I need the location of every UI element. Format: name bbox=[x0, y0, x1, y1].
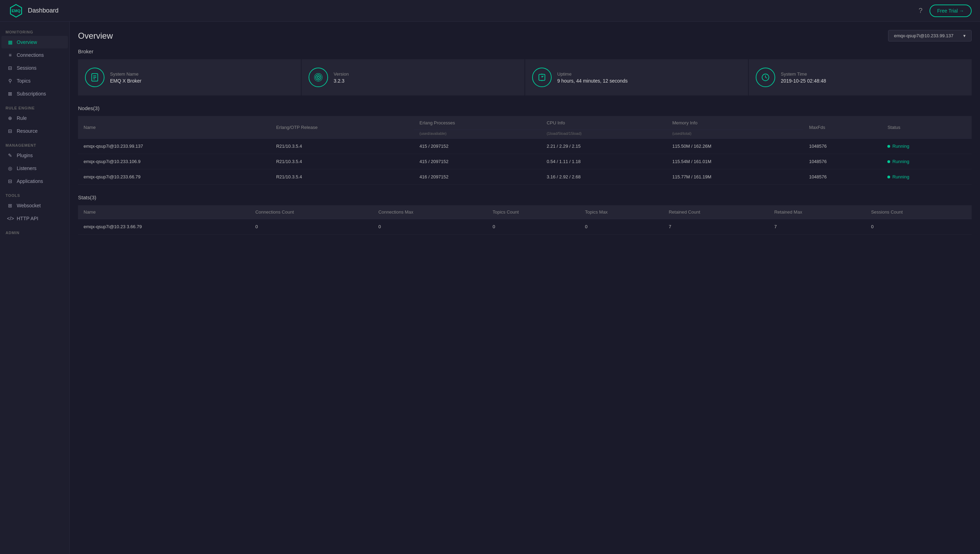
nodes-table-row: emqx-qsup7i@10.233.99.137R21/10.3.5.4415… bbox=[78, 138, 972, 154]
nodes-table-row: emqx-qsup7i@10.233.106.9R21/10.3.5.4415 … bbox=[78, 154, 972, 169]
stats-col-name: Name bbox=[78, 205, 250, 219]
sidebar-item-topics[interactable]: ⚲Topics bbox=[2, 75, 68, 87]
svg-line-16 bbox=[765, 77, 767, 78]
app-title: Dashboard bbox=[28, 7, 59, 14]
node-cell-maxfds: 1048576 bbox=[803, 138, 882, 154]
nodes-section-title: Nodes(3) bbox=[78, 105, 972, 111]
topnav-right: ? Free Trial → bbox=[919, 5, 972, 17]
sidebar-section-tools: TOOLS bbox=[0, 188, 69, 199]
node-cell-erlang-processes: 415 / 2097152 bbox=[414, 154, 541, 169]
node-cell-erlang-processes: 416 / 2097152 bbox=[414, 169, 541, 185]
sidebar-item-overview[interactable]: ▦Overview bbox=[2, 36, 68, 48]
app-logo: EMQ bbox=[8, 3, 24, 19]
chevron-down-icon: ▾ bbox=[963, 33, 966, 38]
broker-card-version-info: Version 3.2.3 bbox=[334, 72, 517, 84]
sidebar-item-plugins[interactable]: ✎Plugins bbox=[2, 149, 68, 162]
content-header: Overview emqx-qsup7i@10.233.99.137 ▾ bbox=[78, 30, 972, 41]
sidebar-item-sessions[interactable]: ⊟Sessions bbox=[2, 62, 68, 74]
sidebar-item-rule[interactable]: ⊕Rule bbox=[2, 112, 68, 124]
stats-col-topics-max: Topics Max bbox=[579, 205, 663, 219]
stats-cell-7: 0 bbox=[865, 219, 972, 234]
col-cpu-info-sub: (1load/5load/15load) bbox=[541, 130, 667, 138]
col-erlang-otp: Erlang/OTP Release bbox=[270, 116, 414, 138]
node-cell-maxfds: 1048576 bbox=[803, 154, 882, 169]
broker-section-title: Broker bbox=[78, 48, 972, 54]
listeners-icon: ◎ bbox=[7, 166, 13, 171]
col-memory-info-sub: (used/total) bbox=[667, 130, 803, 138]
node-cell-status: Running bbox=[882, 169, 972, 185]
col-name: Name bbox=[78, 116, 270, 138]
stats-col-connections-max: Connections Max bbox=[373, 205, 487, 219]
stats-col-topics-count: Topics Count bbox=[487, 205, 579, 219]
sidebar-item-http-api[interactable]: </>HTTP API bbox=[2, 212, 68, 225]
uptime-icon bbox=[532, 68, 552, 87]
sidebar-item-label-listeners: Listeners bbox=[17, 166, 37, 171]
sidebar-item-label-connections: Connections bbox=[17, 52, 44, 58]
sidebar: MONITORING▦Overview≡Connections⊟Sessions… bbox=[0, 22, 70, 554]
node-cell-name: emqx-qsup7i@10.233.66.79 bbox=[78, 169, 270, 185]
svg-text:EMQ: EMQ bbox=[11, 9, 21, 13]
broker-card-version: Version 3.2.3 bbox=[302, 59, 525, 96]
subscriptions-icon: ⊠ bbox=[7, 91, 13, 97]
node-cell-status: Running bbox=[882, 154, 972, 169]
col-erlang-processes: Erlang Processes bbox=[414, 116, 541, 130]
stats-col-sessions-count: Sessions Count bbox=[865, 205, 972, 219]
sidebar-item-label-topics: Topics bbox=[17, 78, 31, 84]
sidebar-item-connections[interactable]: ≡Connections bbox=[2, 49, 68, 61]
node-cell-erlang-processes: 415 / 2097152 bbox=[414, 138, 541, 154]
broker-card-uptime-info: Uptime 9 hours, 44 minutes, 12 seconds bbox=[557, 72, 741, 84]
node-cell-cpu-info: 3.16 / 2.92 / 2.68 bbox=[541, 169, 667, 185]
col-status: Status bbox=[882, 116, 972, 138]
status-dot bbox=[887, 176, 890, 178]
node-cell-cpu-info: 2.21 / 2.29 / 2.15 bbox=[541, 138, 667, 154]
sidebar-item-websocket[interactable]: ⊞Websocket bbox=[2, 199, 68, 212]
col-memory-info: Memory Info bbox=[667, 116, 803, 130]
status-dot bbox=[887, 145, 890, 148]
topics-icon: ⚲ bbox=[7, 78, 13, 84]
applications-icon: ⊟ bbox=[7, 178, 13, 184]
free-trial-button[interactable]: Free Trial → bbox=[929, 5, 972, 17]
sidebar-section-management: MANAGEMENT bbox=[0, 138, 69, 149]
stats-col-retained-max: Retained Max bbox=[768, 205, 865, 219]
broker-card-uptime-value: 9 hours, 44 minutes, 12 seconds bbox=[557, 78, 741, 84]
sidebar-item-resource[interactable]: ⊟Resource bbox=[2, 125, 68, 137]
broker-card-version-value: 3.2.3 bbox=[334, 78, 517, 84]
sidebar-item-label-applications: Applications bbox=[17, 178, 43, 184]
help-icon[interactable]: ? bbox=[919, 6, 923, 14]
sidebar-item-applications[interactable]: ⊟Applications bbox=[2, 175, 68, 188]
stats-cell-1: 0 bbox=[250, 219, 373, 234]
broker-card-system-name: System Name EMQ X Broker bbox=[78, 59, 301, 96]
broker-card-system-time-value: 2019-10-25 02:48:48 bbox=[781, 78, 965, 84]
sidebar-section-rule-engine: Rule Engine bbox=[0, 100, 69, 111]
broker-card-system-time-label: System Time bbox=[781, 72, 965, 76]
node-cell-cpu-info: 0.54 / 1.11 / 1.18 bbox=[541, 154, 667, 169]
stats-section: Stats(3) Name Connections Count Connecti… bbox=[78, 194, 972, 234]
page-title: Overview bbox=[78, 31, 113, 41]
stats-col-retained-count: Retained Count bbox=[663, 205, 768, 219]
node-selector[interactable]: emqx-qsup7i@10.233.99.137 ▾ bbox=[888, 30, 972, 41]
sidebar-item-subscriptions[interactable]: ⊠Subscriptions bbox=[2, 88, 68, 100]
top-nav: EMQ Dashboard ? Free Trial → bbox=[0, 0, 980, 22]
nodes-section: Nodes(3) Name Erlang/OTP Release Erlang … bbox=[78, 105, 972, 185]
system-name-icon bbox=[85, 68, 105, 87]
stats-cell-5: 7 bbox=[663, 219, 768, 234]
nodes-table-row: emqx-qsup7i@10.233.66.79R21/10.3.5.4416 … bbox=[78, 169, 972, 185]
stats-cell-0: emqx-qsup7i@10.23 3.66.79 bbox=[78, 219, 250, 234]
col-maxfds: MaxFds bbox=[803, 116, 882, 138]
broker-card-system-time-info: System Time 2019-10-25 02:48:48 bbox=[781, 72, 965, 84]
node-cell-status: Running bbox=[882, 138, 972, 154]
sidebar-item-listeners[interactable]: ◎Listeners bbox=[2, 162, 68, 175]
stats-section-title: Stats(3) bbox=[78, 194, 972, 201]
node-cell-memory-info: 115.54M / 161.01M bbox=[667, 154, 803, 169]
system-time-icon bbox=[756, 68, 775, 87]
broker-card-system-name-value: EMQ X Broker bbox=[110, 78, 294, 84]
broker-section: Broker System Name EMQ X Broker bbox=[78, 48, 972, 96]
status-dot bbox=[887, 160, 890, 163]
node-cell-erlang-otp: R21/10.3.5.4 bbox=[270, 169, 414, 185]
sidebar-item-label-plugins: Plugins bbox=[17, 153, 33, 158]
sidebar-item-label-websocket: Websocket bbox=[17, 203, 41, 209]
sidebar-item-label-rule: Rule bbox=[17, 115, 27, 121]
status-running: Running bbox=[887, 174, 966, 180]
node-cell-memory-info: 115.50M / 162.26M bbox=[667, 138, 803, 154]
node-cell-memory-info: 115.77M / 161.19M bbox=[667, 169, 803, 185]
